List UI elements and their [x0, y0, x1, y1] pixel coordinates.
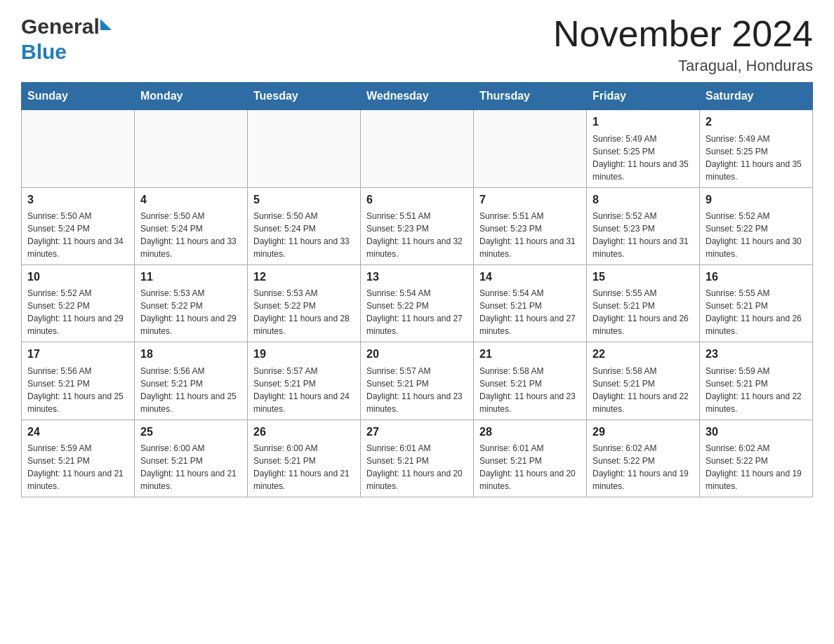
calendar-day-cell: 1Sunrise: 5:49 AMSunset: 5:25 PMDaylight…: [587, 110, 700, 187]
day-info: Sunrise: 5:57 AMSunset: 5:21 PMDaylight:…: [253, 365, 355, 415]
calendar-day-cell: 27Sunrise: 6:01 AMSunset: 5:21 PMDayligh…: [361, 420, 474, 497]
calendar-day-cell: 6Sunrise: 5:51 AMSunset: 5:23 PMDaylight…: [361, 187, 474, 264]
day-info: Sunrise: 5:53 AMSunset: 5:22 PMDaylight:…: [253, 287, 355, 337]
day-info: Sunrise: 5:59 AMSunset: 5:21 PMDaylight:…: [27, 442, 128, 492]
day-info: Sunrise: 5:51 AMSunset: 5:23 PMDaylight:…: [479, 210, 581, 260]
calendar-day-cell: 9Sunrise: 5:52 AMSunset: 5:22 PMDaylight…: [700, 187, 813, 264]
day-info: Sunrise: 5:50 AMSunset: 5:24 PMDaylight:…: [140, 210, 241, 260]
day-number: 7: [479, 192, 581, 208]
calendar-day-cell: 19Sunrise: 5:57 AMSunset: 5:21 PMDayligh…: [248, 342, 361, 420]
day-number: 17: [27, 347, 128, 362]
calendar-day-cell: 4Sunrise: 5:50 AMSunset: 5:24 PMDaylight…: [135, 187, 248, 264]
month-title: November 2024: [553, 14, 813, 54]
day-number: 2: [706, 114, 807, 130]
day-number: 25: [140, 424, 241, 440]
calendar-day-cell: 30Sunrise: 6:02 AMSunset: 5:22 PMDayligh…: [700, 420, 813, 497]
day-info: Sunrise: 5:55 AMSunset: 5:21 PMDaylight:…: [593, 287, 694, 337]
calendar-day-cell: 3Sunrise: 5:50 AMSunset: 5:24 PMDaylight…: [22, 187, 135, 264]
day-of-week-header: Wednesday: [361, 83, 474, 110]
calendar-day-cell: 29Sunrise: 6:02 AMSunset: 5:22 PMDayligh…: [587, 420, 700, 497]
day-info: Sunrise: 5:49 AMSunset: 5:25 PMDaylight:…: [706, 133, 807, 183]
day-number: 12: [253, 269, 355, 285]
day-number: 23: [706, 347, 807, 362]
day-info: Sunrise: 5:56 AMSunset: 5:21 PMDaylight:…: [27, 365, 128, 415]
day-number: 4: [140, 192, 241, 208]
day-info: Sunrise: 5:51 AMSunset: 5:23 PMDaylight:…: [366, 210, 468, 260]
calendar-week-row: 1Sunrise: 5:49 AMSunset: 5:25 PMDaylight…: [22, 110, 813, 187]
calendar-day-cell: 23Sunrise: 5:59 AMSunset: 5:21 PMDayligh…: [700, 342, 813, 420]
day-number: 9: [706, 192, 807, 208]
day-number: 24: [27, 424, 128, 440]
logo: General Blue: [21, 14, 112, 65]
day-info: Sunrise: 6:00 AMSunset: 5:21 PMDaylight:…: [140, 442, 241, 492]
day-info: Sunrise: 6:00 AMSunset: 5:21 PMDaylight:…: [253, 442, 355, 492]
day-info: Sunrise: 5:50 AMSunset: 5:24 PMDaylight:…: [253, 210, 355, 260]
calendar-day-cell: 22Sunrise: 5:58 AMSunset: 5:21 PMDayligh…: [587, 342, 700, 420]
day-info: Sunrise: 5:58 AMSunset: 5:21 PMDaylight:…: [593, 365, 694, 415]
day-number: 30: [706, 424, 807, 440]
calendar-header-row: SundayMondayTuesdayWednesdayThursdayFrid…: [22, 83, 813, 110]
day-number: 11: [140, 269, 241, 285]
day-info: Sunrise: 5:52 AMSunset: 5:22 PMDaylight:…: [27, 287, 128, 337]
logo-arrow-icon: [100, 19, 112, 30]
day-number: 8: [593, 192, 694, 208]
day-of-week-header: Saturday: [700, 83, 813, 110]
day-of-week-header: Sunday: [22, 83, 135, 110]
day-info: Sunrise: 5:53 AMSunset: 5:22 PMDaylight:…: [140, 287, 241, 337]
day-info: Sunrise: 5:52 AMSunset: 5:22 PMDaylight:…: [706, 210, 807, 260]
day-number: 16: [706, 269, 807, 285]
day-info: Sunrise: 5:49 AMSunset: 5:25 PMDaylight:…: [593, 133, 694, 183]
location-title: Taragual, Honduras: [553, 57, 813, 75]
page-header: General Blue November 2024 Taragual, Hon…: [21, 14, 813, 75]
day-number: 6: [366, 192, 468, 208]
calendar-day-cell: 24Sunrise: 5:59 AMSunset: 5:21 PMDayligh…: [22, 420, 135, 497]
day-info: Sunrise: 5:58 AMSunset: 5:21 PMDaylight:…: [479, 365, 581, 415]
day-number: 22: [593, 347, 694, 362]
calendar-day-cell: 12Sunrise: 5:53 AMSunset: 5:22 PMDayligh…: [248, 264, 361, 342]
day-number: 29: [593, 424, 694, 440]
calendar-day-cell: 14Sunrise: 5:54 AMSunset: 5:21 PMDayligh…: [474, 264, 587, 342]
day-number: 3: [27, 192, 128, 208]
day-info: Sunrise: 5:59 AMSunset: 5:21 PMDaylight:…: [706, 365, 807, 415]
day-info: Sunrise: 5:56 AMSunset: 5:21 PMDaylight:…: [140, 365, 241, 415]
day-number: 28: [479, 424, 581, 440]
day-info: Sunrise: 6:01 AMSunset: 5:21 PMDaylight:…: [479, 442, 581, 492]
calendar-day-cell: 10Sunrise: 5:52 AMSunset: 5:22 PMDayligh…: [22, 264, 135, 342]
day-info: Sunrise: 6:01 AMSunset: 5:21 PMDaylight:…: [366, 442, 468, 492]
day-info: Sunrise: 5:55 AMSunset: 5:21 PMDaylight:…: [706, 287, 807, 337]
day-info: Sunrise: 5:50 AMSunset: 5:24 PMDaylight:…: [27, 210, 128, 260]
title-block: November 2024 Taragual, Honduras: [553, 14, 813, 75]
calendar-day-cell: 8Sunrise: 5:52 AMSunset: 5:23 PMDaylight…: [587, 187, 700, 264]
calendar-day-cell: [135, 110, 248, 187]
calendar-week-row: 17Sunrise: 5:56 AMSunset: 5:21 PMDayligh…: [22, 342, 813, 420]
day-info: Sunrise: 5:54 AMSunset: 5:22 PMDaylight:…: [366, 287, 468, 337]
calendar-day-cell: [22, 110, 135, 187]
day-number: 27: [366, 424, 468, 440]
calendar-day-cell: 21Sunrise: 5:58 AMSunset: 5:21 PMDayligh…: [474, 342, 587, 420]
day-number: 20: [366, 347, 468, 362]
day-number: 21: [479, 347, 581, 362]
day-number: 5: [253, 192, 355, 208]
calendar-week-row: 24Sunrise: 5:59 AMSunset: 5:21 PMDayligh…: [22, 420, 813, 497]
day-number: 13: [366, 269, 468, 285]
day-number: 26: [253, 424, 355, 440]
calendar-day-cell: 11Sunrise: 5:53 AMSunset: 5:22 PMDayligh…: [135, 264, 248, 342]
day-info: Sunrise: 5:54 AMSunset: 5:21 PMDaylight:…: [479, 287, 581, 337]
calendar-day-cell: [361, 110, 474, 187]
calendar-day-cell: 25Sunrise: 6:00 AMSunset: 5:21 PMDayligh…: [135, 420, 248, 497]
day-of-week-header: Monday: [135, 83, 248, 110]
calendar-day-cell: 2Sunrise: 5:49 AMSunset: 5:25 PMDaylight…: [700, 110, 813, 187]
day-of-week-header: Tuesday: [248, 83, 361, 110]
calendar-day-cell: 28Sunrise: 6:01 AMSunset: 5:21 PMDayligh…: [474, 420, 587, 497]
day-info: Sunrise: 5:57 AMSunset: 5:21 PMDaylight:…: [366, 365, 468, 415]
calendar-day-cell: 20Sunrise: 5:57 AMSunset: 5:21 PMDayligh…: [361, 342, 474, 420]
calendar-day-cell: 7Sunrise: 5:51 AMSunset: 5:23 PMDaylight…: [474, 187, 587, 264]
calendar-week-row: 3Sunrise: 5:50 AMSunset: 5:24 PMDaylight…: [22, 187, 813, 264]
logo-general-text: General: [21, 14, 100, 39]
day-number: 14: [479, 269, 581, 285]
day-info: Sunrise: 6:02 AMSunset: 5:22 PMDaylight:…: [706, 442, 807, 492]
calendar-day-cell: [474, 110, 587, 187]
calendar-table: SundayMondayTuesdayWednesdayThursdayFrid…: [21, 82, 813, 497]
calendar-day-cell: 26Sunrise: 6:00 AMSunset: 5:21 PMDayligh…: [248, 420, 361, 497]
logo-blue-text: Blue: [21, 40, 67, 63]
